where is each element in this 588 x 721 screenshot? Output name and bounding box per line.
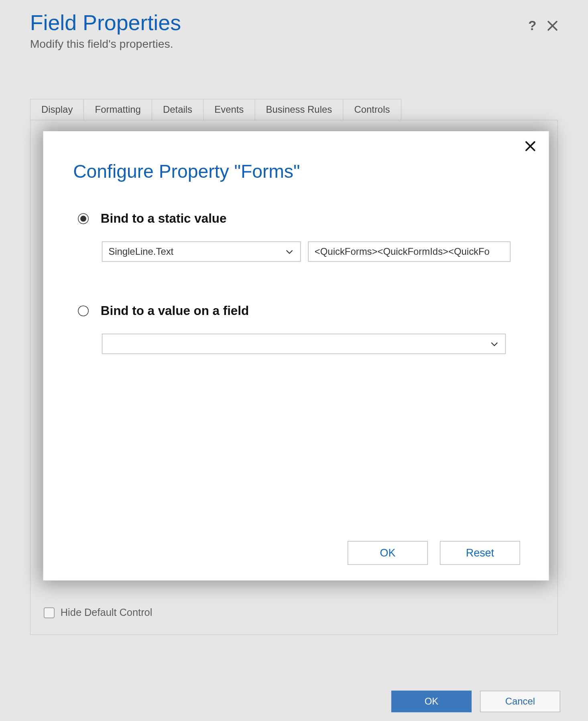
modal-ok-button[interactable]: OK (348, 541, 428, 565)
modal-title: Configure Property "Forms" (73, 161, 519, 183)
bind-field-label: Bind to a value on a field (101, 304, 249, 318)
tab-display[interactable]: Display (30, 99, 84, 120)
tab-business-rules[interactable]: Business Rules (254, 99, 343, 120)
modal-reset-button[interactable]: Reset (440, 541, 520, 565)
hide-default-label: Hide Default Control (61, 607, 153, 619)
radio-bind-field[interactable] (78, 305, 89, 316)
tab-strip: Display Formatting Details Events Busine… (30, 99, 558, 120)
cancel-button[interactable]: Cancel (480, 691, 560, 712)
close-icon[interactable] (547, 20, 558, 31)
static-type-value: SingleLine.Text (108, 246, 173, 257)
tab-details[interactable]: Details (152, 99, 204, 120)
static-value-text: <QuickForms><QuickFormIds><QuickFo (315, 246, 490, 257)
tab-controls[interactable]: Controls (343, 99, 401, 120)
field-select[interactable] (102, 334, 506, 354)
chevron-down-icon (285, 247, 294, 256)
radio-bind-static[interactable] (78, 213, 89, 224)
bind-static-label: Bind to a static value (101, 211, 227, 226)
page-subtitle: Modify this field's properties. (30, 38, 181, 51)
tab-formatting[interactable]: Formatting (83, 99, 152, 120)
static-type-select[interactable]: SingleLine.Text (102, 242, 301, 262)
hide-default-checkbox[interactable] (44, 607, 55, 618)
modal-close-icon[interactable] (525, 141, 536, 152)
ok-button[interactable]: OK (391, 691, 472, 712)
chevron-down-icon (490, 339, 499, 349)
page-title: Field Properties (30, 10, 181, 35)
static-value-input[interactable]: <QuickForms><QuickFormIds><QuickFo (308, 242, 511, 262)
configure-property-modal: Configure Property "Forms" Bind to a sta… (43, 131, 549, 581)
tab-events[interactable]: Events (203, 99, 255, 120)
help-icon[interactable]: ? (528, 18, 536, 34)
